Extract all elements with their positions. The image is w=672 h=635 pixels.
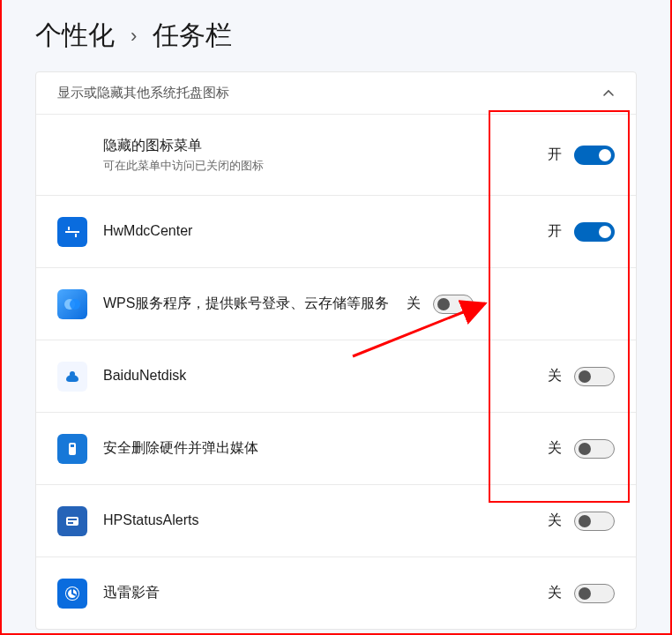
toggle-wps[interactable]: [433, 295, 474, 314]
svg-rect-0: [65, 231, 79, 233]
svg-rect-1: [68, 227, 70, 230]
tray-icons-panel: 显示或隐藏其他系统托盘图标 隐藏的图标菜单 可在此菜单中访问已关闭的图标 开 H…: [35, 71, 637, 630]
tray-item-title: BaiduNetdisk: [103, 366, 544, 385]
toggle-state-label: 关: [544, 584, 562, 602]
toggle-state-label: 关: [403, 295, 421, 313]
svg-point-5: [70, 371, 75, 377]
tray-item-title: 隐藏的图标菜单: [103, 136, 544, 155]
breadcrumb: 个性化 › 任务栏: [0, 0, 672, 71]
hp-icon: [57, 506, 87, 536]
toggle-state-label: 关: [544, 512, 562, 530]
svg-point-4: [70, 299, 80, 310]
tray-item-title: 安全删除硬件并弹出媒体: [103, 438, 544, 458]
tray-item-baidunetdisk: BaiduNetdisk 关: [36, 340, 636, 412]
toggle-hwmdccenter[interactable]: [574, 222, 615, 242]
toggle-baidunetdisk[interactable]: [574, 367, 615, 386]
tray-item-subtitle: 可在此菜单中访问已关闭的图标: [103, 158, 544, 174]
tray-item-title: HPStatusAlerts: [103, 511, 544, 530]
tray-item-wps: WPS服务程序，提供账号登录、云存储等服务 关: [36, 267, 636, 340]
toggle-state-label: 开: [544, 146, 562, 164]
toggle-xunlei[interactable]: [574, 584, 615, 603]
usb-eject-icon: [57, 434, 87, 464]
wps-icon: [57, 289, 87, 319]
chevron-up-icon: [602, 87, 615, 100]
tray-item-xunlei: 迅雷影音 关: [36, 557, 636, 629]
tray-item-hidden-icons-menu: 隐藏的图标菜单 可在此菜单中访问已关闭的图标 开: [36, 114, 636, 195]
breadcrumb-separator: ›: [131, 25, 137, 48]
toggle-state-label: 关: [544, 439, 562, 458]
svg-rect-2: [75, 234, 77, 237]
tray-item-safely-remove: 安全删除硬件并弹出媒体 关: [36, 412, 636, 484]
tray-item-title: 迅雷影音: [103, 583, 544, 602]
svg-rect-7: [71, 444, 74, 447]
toggle-state-label: 关: [544, 367, 562, 385]
baidu-icon: [57, 362, 87, 392]
panel-header-title: 显示或隐藏其他系统托盘图标: [57, 85, 229, 101]
toggle-state-label: 开: [544, 222, 562, 241]
toggle-safely-remove[interactable]: [574, 439, 615, 459]
xunlei-icon: [57, 579, 87, 609]
tray-item-hpstatusalerts: HPStatusAlerts 关: [36, 484, 636, 557]
panel-header[interactable]: 显示或隐藏其他系统托盘图标: [36, 72, 636, 114]
toggle-hpstatusalerts[interactable]: [574, 512, 615, 531]
breadcrumb-parent[interactable]: 个性化: [35, 18, 115, 54]
tray-item-hwmdccenter: HwMdcCenter 开: [36, 195, 636, 267]
toggle-hidden-icons-menu[interactable]: [574, 146, 615, 165]
tray-item-title: WPS服务程序，提供账号登录、云存储等服务: [103, 294, 403, 313]
breadcrumb-current: 任务栏: [153, 18, 232, 54]
hwmdc-icon: [57, 217, 87, 247]
svg-rect-9: [68, 519, 77, 520]
svg-rect-10: [68, 522, 73, 524]
tray-item-title: HwMdcCenter: [103, 221, 544, 241]
svg-rect-8: [66, 517, 78, 526]
